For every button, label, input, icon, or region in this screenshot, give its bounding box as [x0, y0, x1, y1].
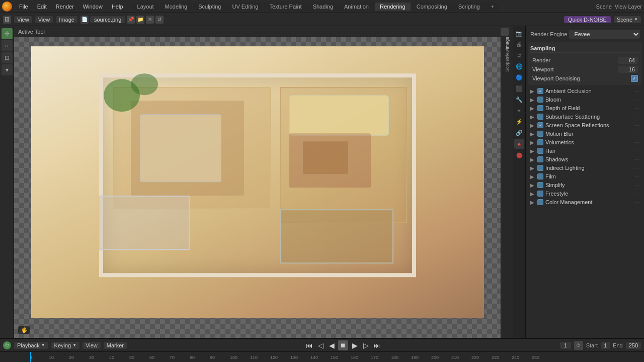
- output-prop-icon[interactable]: 🖨: [514, 39, 524, 49]
- image-menu-btn[interactable]: Image: [56, 16, 77, 23]
- scope-image-tab[interactable]: Image: [502, 38, 512, 48]
- view-layer-prop-icon[interactable]: 🗂: [514, 50, 524, 60]
- tab-compositing[interactable]: Compositing: [412, 3, 452, 11]
- engine-select[interactable]: Eevee Cycles Workbench: [569, 30, 640, 39]
- tab-uv-editing[interactable]: UV Editing: [227, 3, 263, 11]
- render-prop-icon[interactable]: 📷: [514, 28, 524, 38]
- keying-menu[interactable]: Keying▼: [51, 342, 80, 349]
- section-screen-space-reflections[interactable]: ▶ Screen Space Reflections ···: [528, 121, 642, 129]
- particles-prop-icon[interactable]: ✴: [514, 106, 524, 116]
- fs-checkbox[interactable]: [537, 191, 543, 197]
- section-subsurface-scattering[interactable]: ▶ Subsurface Scattering ···: [528, 113, 642, 121]
- vp-denoise-checkbox[interactable]: ✓: [631, 75, 638, 82]
- jump-end-btn[interactable]: ⏭: [372, 341, 381, 350]
- view-layer-selector[interactable]: View Layer: [615, 4, 642, 10]
- view-menu[interactable]: View: [83, 342, 101, 349]
- menu-render[interactable]: Render: [52, 3, 78, 11]
- shadows-checkbox[interactable]: [537, 156, 543, 162]
- section-shadows[interactable]: ▶ Shadows ···: [528, 155, 642, 163]
- hair-label: Hair: [545, 148, 632, 154]
- scope-scopes-tab[interactable]: Scopes: [502, 59, 512, 69]
- play-reverse-btn[interactable]: ◀: [327, 341, 336, 350]
- section-ambient-occlusion[interactable]: ▶ Ambient Occlusion ···: [528, 87, 642, 95]
- object-prop-icon[interactable]: ⬛: [514, 83, 524, 94]
- quick-dnoise-btn[interactable]: Quick D-NOISE: [564, 16, 611, 23]
- dof-checkbox[interactable]: [537, 105, 543, 111]
- pin-icon[interactable]: 📌: [127, 16, 135, 24]
- tab-sculpting[interactable]: Sculpting: [193, 3, 226, 11]
- menu-file[interactable]: File: [15, 3, 32, 11]
- marker-menu[interactable]: Marker: [104, 342, 127, 349]
- section-color-management[interactable]: ▶ Color Management ···: [528, 198, 642, 206]
- menu-help[interactable]: Help: [108, 3, 127, 11]
- tab-scripting[interactable]: Scripting: [453, 3, 485, 11]
- mb-checkbox[interactable]: [537, 131, 543, 137]
- material-prop-icon[interactable]: ⬤: [514, 150, 524, 160]
- jump-start-btn[interactable]: ⏮: [305, 341, 314, 350]
- view-menu-btn[interactable]: View: [14, 16, 32, 23]
- scene-select[interactable]: Scene▼: [614, 16, 641, 23]
- step-back-btn[interactable]: ◁: [316, 341, 325, 350]
- viewport-samples-value[interactable]: 16: [618, 66, 638, 73]
- section-motion-blur[interactable]: ▶ Motion Blur ···: [528, 130, 642, 138]
- image-viewport[interactable]: 🖐: [14, 37, 501, 338]
- play-btn[interactable]: ▶: [350, 341, 359, 350]
- scene-selector[interactable]: Scene: [596, 4, 612, 10]
- start-frame-input[interactable]: 1: [601, 342, 610, 349]
- frame-30: 30: [89, 355, 94, 360]
- end-frame-input[interactable]: 250: [626, 342, 641, 349]
- viewport-controls[interactable]: [501, 28, 509, 36]
- tab-texture-paint[interactable]: Texture Paint: [264, 3, 306, 11]
- il-checkbox[interactable]: [537, 165, 543, 171]
- stop-btn[interactable]: ⏹: [338, 340, 348, 350]
- frame-140: 140: [310, 355, 318, 360]
- tab-add[interactable]: +: [486, 3, 499, 11]
- tab-rendering[interactable]: Rendering: [375, 3, 411, 11]
- close-icon[interactable]: ✕: [146, 16, 154, 24]
- menu-window[interactable]: Window: [79, 3, 107, 11]
- bloom-checkbox[interactable]: [537, 97, 543, 103]
- crop-tool[interactable]: ⊡: [2, 52, 13, 63]
- section-freestyle[interactable]: ▶ Freestyle ···: [528, 190, 642, 198]
- reload-icon[interactable]: ↺: [155, 16, 164, 24]
- tab-animation[interactable]: Animation: [339, 3, 374, 11]
- section-simplify[interactable]: ▶ Simplify ···: [528, 181, 642, 189]
- scene-prop-icon[interactable]: 🌐: [514, 61, 524, 71]
- world-prop-icon[interactable]: 🔵: [514, 72, 524, 82]
- section-hair[interactable]: ▶ Hair ···: [528, 147, 642, 155]
- playback-menu[interactable]: Playback▼: [14, 342, 48, 349]
- cm-label: Color Management: [545, 199, 632, 205]
- section-film[interactable]: ▶ Film ···: [528, 172, 642, 180]
- hair-checkbox[interactable]: [537, 148, 543, 154]
- vol-checkbox[interactable]: [537, 139, 543, 145]
- timeline-type-icon[interactable]: ⏱: [3, 341, 11, 349]
- data-prop-icon[interactable]: 🔺: [514, 139, 524, 149]
- section-indirect-lighting[interactable]: ▶ Indirect Lighting ···: [528, 164, 642, 172]
- step-forward-btn[interactable]: ▷: [361, 341, 370, 350]
- tab-modeling[interactable]: Modeling: [160, 3, 193, 11]
- view2-menu-btn[interactable]: View: [35, 16, 53, 23]
- move-tool[interactable]: ↔: [2, 40, 13, 51]
- menu-edit[interactable]: Edit: [33, 3, 51, 11]
- simp-checkbox[interactable]: [537, 182, 543, 188]
- film-checkbox[interactable]: [537, 173, 543, 179]
- cm-checkbox[interactable]: [537, 199, 543, 205]
- section-bloom[interactable]: ▶ Bloom ···: [528, 96, 642, 104]
- ao-checkbox[interactable]: [537, 88, 543, 94]
- sample-tool[interactable]: ▾: [2, 64, 13, 75]
- cursor-tool[interactable]: ✛: [2, 28, 13, 39]
- sss-checkbox[interactable]: [537, 114, 543, 120]
- render-samples-value[interactable]: 64: [618, 57, 638, 64]
- tab-shading[interactable]: Shading: [308, 3, 338, 11]
- folder-icon[interactable]: 📁: [136, 16, 144, 24]
- ssr-checkbox[interactable]: [537, 122, 543, 128]
- modifier-prop-icon[interactable]: 🔧: [514, 95, 524, 105]
- constraints-prop-icon[interactable]: 🔗: [514, 128, 524, 138]
- current-frame-display[interactable]: 1: [560, 342, 571, 349]
- frame-250: 250: [532, 355, 539, 360]
- section-depth-of-field[interactable]: ▶ Depth of Field ···: [528, 104, 642, 112]
- main-area: ✛ ↔ ⊡ ▾ Active Tool: [0, 26, 644, 338]
- tab-layout[interactable]: Layout: [132, 3, 159, 11]
- physics-prop-icon[interactable]: ⚡: [514, 117, 524, 127]
- section-volumetrics[interactable]: ▶ Volumetrics ···: [528, 138, 642, 146]
